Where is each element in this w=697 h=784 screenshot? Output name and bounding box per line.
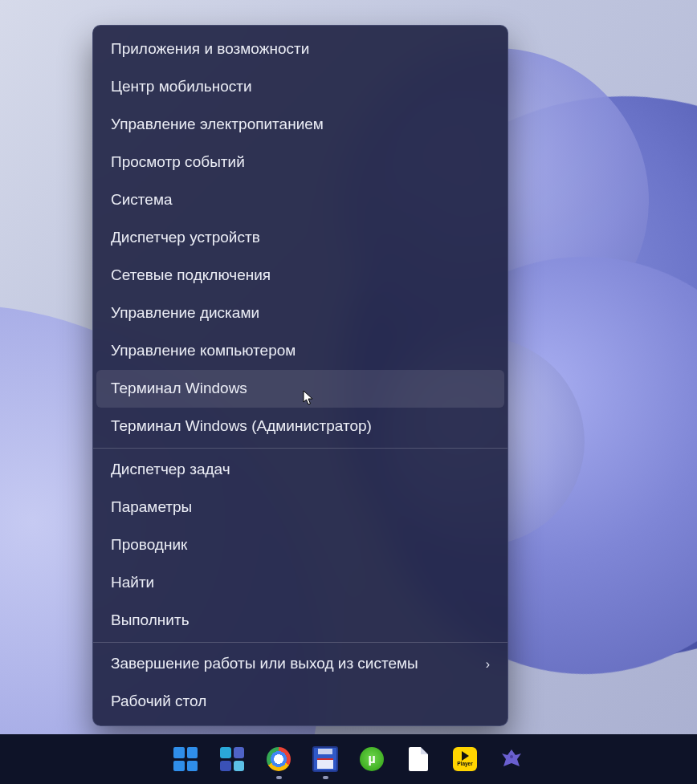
floppy-disk-icon [312, 746, 338, 772]
winx-item-desktop[interactable]: Рабочий стол [93, 683, 507, 721]
winx-item-label: Управление электропитанием [111, 116, 324, 134]
bird-app[interactable] [498, 745, 525, 773]
winx-item-windows-terminal[interactable]: Терминал Windows [96, 370, 504, 408]
svg-point-0 [510, 755, 513, 758]
taskbar[interactable]: µPlayer [0, 734, 697, 784]
potplayer-label: Player [457, 762, 473, 767]
winx-item-event-viewer[interactable]: Просмотр событий [93, 144, 507, 181]
winx-item-run[interactable]: Выполнить [93, 602, 507, 640]
windows-logo-icon [173, 747, 198, 771]
winx-item-file-explorer[interactable]: Проводник [93, 526, 507, 564]
winx-item-label: Терминал Windows [111, 380, 247, 398]
potplayer-app[interactable]: Player [451, 745, 479, 773]
winx-item-label: Рабочий стол [111, 693, 206, 711]
winx-item-label: Управление дисками [111, 304, 259, 323]
winx-item-label: Проводник [111, 536, 187, 554]
winx-item-system[interactable]: Система [93, 181, 507, 219]
winx-item-label: Параметры [111, 498, 192, 517]
winx-item-task-manager[interactable]: Диспетчер задач [93, 451, 507, 489]
widgets-button[interactable] [218, 745, 246, 773]
widgets-icon [220, 747, 244, 771]
winx-item-windows-terminal-admin[interactable]: Терминал Windows (Администратор) [93, 408, 507, 445]
running-indicator [276, 776, 282, 779]
winx-item-label: Центр мобильности [111, 78, 252, 96]
winx-item-shutdown-signout[interactable]: Завершение работы или выход из системы› [93, 645, 507, 683]
menu-separator [93, 642, 507, 643]
potplayer-icon: Player [453, 747, 477, 771]
winx-item-settings[interactable]: Параметры [93, 489, 507, 526]
winx-item-disk-management[interactable]: Управление дисками [93, 295, 507, 332]
utorrent-app[interactable]: µ [358, 745, 385, 773]
winx-item-label: Управление компьютером [111, 342, 296, 360]
winx-item-search[interactable]: Найти [93, 564, 507, 602]
menu-separator [93, 448, 507, 449]
winx-item-label: Диспетчер задач [111, 461, 230, 479]
winx-item-power-options[interactable]: Управление электропитанием [93, 106, 507, 144]
winx-item-label: Сетевые подключения [111, 266, 271, 285]
winx-item-label: Диспетчер устройств [111, 229, 260, 247]
winx-item-label: Система [111, 191, 173, 209]
winx-item-label: Выполнить [111, 611, 190, 630]
chrome-app[interactable] [265, 745, 292, 773]
winx-context-menu[interactable]: Приложения и возможностиЦентр мобильност… [92, 25, 508, 726]
chevron-right-icon: › [486, 656, 490, 672]
utorrent-icon: µ [360, 747, 384, 771]
winx-item-label: Завершение работы или выход из системы [111, 655, 418, 673]
bird-icon [498, 745, 525, 773]
start-button[interactable] [172, 745, 199, 773]
document-icon [409, 747, 428, 771]
winx-item-label: Найти [111, 574, 154, 592]
running-indicator [323, 776, 328, 779]
winx-item-network-connections[interactable]: Сетевые подключения [93, 257, 507, 295]
total-commander-app[interactable] [312, 745, 339, 773]
chrome-icon [267, 747, 291, 771]
winx-item-label: Просмотр событий [111, 153, 245, 172]
winx-item-label: Приложения и возможности [111, 40, 309, 59]
winx-item-mobility-center[interactable]: Центр мобильности [93, 68, 507, 106]
winx-item-device-manager[interactable]: Диспетчер устройств [93, 219, 507, 257]
winx-item-apps-features[interactable]: Приложения и возможности [93, 30, 507, 68]
notepad-app[interactable] [405, 745, 432, 773]
winx-item-label: Терминал Windows (Администратор) [111, 417, 372, 436]
winx-item-computer-management[interactable]: Управление компьютером [93, 332, 507, 370]
